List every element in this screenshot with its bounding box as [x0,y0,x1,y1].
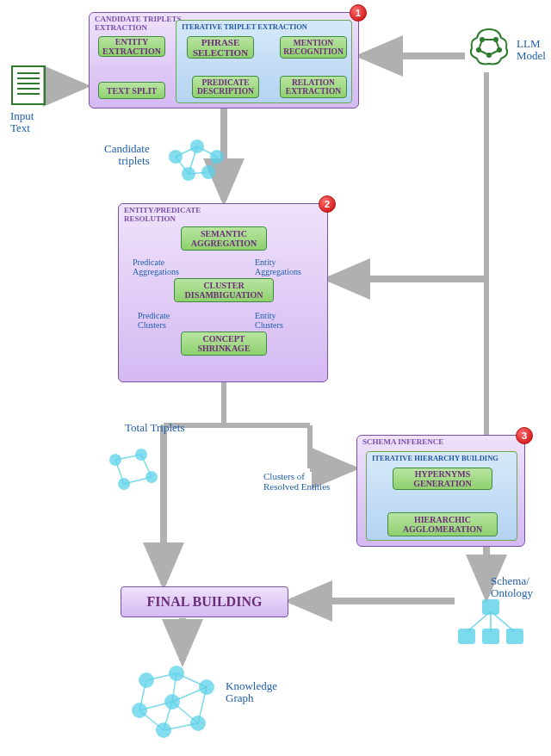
schema-label: Schema/ Ontology [491,575,533,600]
total-triplets-icon [100,444,169,505]
svg-point-58 [109,454,121,466]
node-semantic-aggregation: SEMANTIC AGGREGATION [181,226,267,251]
svg-point-86 [190,716,206,731]
panel2-badge: 2 [319,195,336,213]
node-final-building: FINAL BUILDING [121,586,288,617]
node-hypernyms-generation: HYPERNYMS GENERATION [393,468,492,490]
svg-point-81 [169,666,184,681]
node-text-split: TEXT SPLIT [98,82,165,99]
llm-model-label: LLM Model [517,38,546,63]
svg-point-51 [210,150,224,164]
svg-rect-65 [482,599,499,615]
svg-line-42 [489,50,499,55]
svg-rect-68 [506,629,523,644]
input-text-icon [10,65,50,108]
svg-point-82 [199,679,214,695]
total-triplets-label: Total Triplets [125,422,185,434]
panel3-badge: 3 [516,427,533,444]
svg-point-84 [164,694,180,710]
lbl-ent-clust: Entity Clusters [255,311,283,330]
panel3-title: SCHEMA INFERENCE [357,436,524,447]
svg-line-41 [479,50,489,55]
clusters-resolved-label: Clusters of Resolved Entities [263,471,330,492]
node-concept-shrinkage: CONCEPT SHRINKAGE [181,332,267,356]
llm-brain-icon [467,24,511,69]
node-hierarchic-agglomeration: HIERARCHIC AGGLOMERATION [387,512,498,536]
svg-point-52 [182,167,195,181]
node-phrase-selection: PHRASE SELECTION [187,36,254,59]
panel2-title: ENTITY/PREDICATE RESOLUTION [119,204,327,224]
svg-point-85 [156,722,171,738]
panel3-inner: ITERATIVE HIERARCHY BUILDING HYPERNYMS G… [366,451,517,541]
node-mention-recognition: MENTION RECOGNITION [280,36,347,59]
svg-point-60 [145,471,158,483]
panel1-inner-title: ITERATIVE TRIPLET EXTRACTION [176,21,351,31]
svg-rect-67 [482,629,499,644]
node-predicate-description: PREDICATE DESCRIPTION [192,76,259,98]
lbl-pred-agg: Predicate Aggregations [133,257,179,276]
node-entity-extraction: ENTITY EXTRACTION [98,36,165,57]
svg-point-59 [135,449,147,461]
svg-point-50 [190,139,204,153]
svg-point-83 [132,703,147,718]
node-relation-extraction: RELATION EXTRACTION [280,76,347,98]
knowledge-graph-label: Knowledge Graph [226,680,277,705]
panel3-inner-title: ITERATIVE HIERARCHY BUILDING [367,452,517,462]
node-cluster-disambiguation: CLUSTER DISAMBIGUATION [174,278,274,302]
lbl-pred-clust: Predicate Clusters [138,311,170,330]
panel-schema-inference: SCHEMA INFERENCE 3 ITERATIVE HIERARCHY B… [356,435,525,547]
panel-candidate-triplets: CANDIDATE TRIPLETS EXTRACTION 1 ENTITY E… [89,12,359,108]
svg-rect-66 [458,629,475,644]
lbl-ent-agg: Entity Aggregations [255,257,301,276]
candidate-triplets-icon [158,131,236,191]
svg-point-61 [118,478,130,490]
svg-point-53 [201,165,215,179]
input-text-label: Input Text [10,110,34,135]
svg-point-80 [139,672,154,688]
knowledge-graph-icon [121,663,232,749]
panel-entity-predicate-resolution: ENTITY/PREDICATE RESOLUTION 2 SEMANTIC A… [118,203,328,382]
svg-point-49 [169,150,183,164]
candidate-triplets-label: Candidate triplets [104,143,150,168]
schema-tree-icon [456,598,525,646]
panel1-inner: ITERATIVE TRIPLET EXTRACTION PHRASE SELE… [176,20,352,103]
panel1-badge: 1 [350,4,367,22]
